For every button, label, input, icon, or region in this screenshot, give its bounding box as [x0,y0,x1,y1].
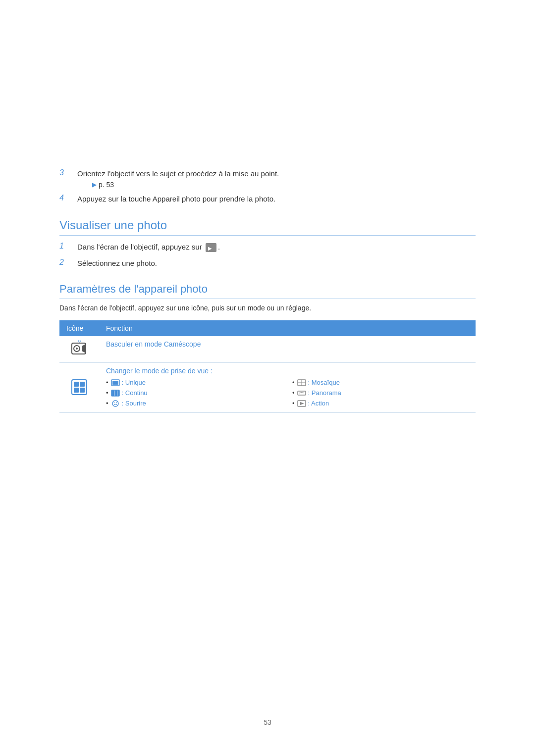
play-icon: ▶ [206,243,216,252]
bullet: • [106,388,108,399]
func-modes-grid: • : Unique • [106,378,469,408]
step-3: 3 Orientez l'objectif vers le sujet et p… [59,168,476,189]
continu-label: : Continu [122,388,148,399]
top-spacer [59,30,476,168]
step-3-number: 3 [59,168,74,177]
svg-text:↻: ↻ [78,340,81,344]
svg-rect-10 [112,381,118,385]
bullet: • [106,399,108,409]
section1-step-2-text: Sélectionnez une photo. [77,258,476,269]
func-item-sourire: • : Sourire [106,399,282,409]
col-header-icone: Icône [59,320,99,336]
func-camswitch-text: Basculer en mode Caméscope [106,340,201,348]
col-header-fonction: Fonction [99,320,476,336]
section1-step-2: 2 Sélectionnez une photo. [59,258,476,269]
table-row: ↻ Basculer en mode Caméscope [59,336,476,363]
svg-rect-12 [111,390,114,396]
step-3-subtext: ▶ p. 53 [92,181,279,189]
func-modes-col1: • : Unique • [106,378,282,408]
action-icon [297,400,306,407]
step-4: 4 Appuyez sur la touche Appareil photo p… [59,194,476,205]
svg-point-16 [113,402,114,403]
modes-icon [71,379,88,396]
section1-step-2-number: 2 [59,258,74,267]
section2-intro: Dans l'écran de l'objectif, appuyez sur … [59,303,476,313]
panorama-label: : Panorama [308,388,341,399]
svg-rect-7 [74,388,79,393]
svg-rect-21 [298,391,306,395]
continu-icon [111,390,120,397]
step-4-number: 4 [59,194,74,202]
svg-rect-8 [80,388,85,393]
sourire-icon [111,400,120,407]
func-item-panorama: • : Panorama [292,388,469,399]
cam-switch-icon: ↻ [71,340,88,357]
step-3-ref: p. 53 [99,181,114,189]
func-cell-camswitch: Basculer en mode Caméscope [99,336,476,363]
func-modes-title: Changer le mode de prise de vue : [106,367,469,375]
page-number: 53 [0,718,535,726]
bullet: • [292,388,295,399]
params-table: Icône Fonction ↻ Basculer en mode Camé [59,320,476,413]
unique-label: : Unique [122,378,146,388]
func-modes-col2: • : Mosaïque • [292,378,469,408]
unique-icon [111,379,120,386]
arrow-icon: ▶ [92,181,97,188]
func-item-continu: • : Continu [106,388,282,399]
mosaique-label: : Mosaïque [308,378,340,388]
action-label: : Action [308,399,329,409]
table-header-row: Icône Fonction [59,320,476,336]
svg-point-17 [116,402,117,403]
svg-marker-23 [300,402,304,405]
step-4-text: Appuyez sur la touche Appareil photo pou… [77,194,476,205]
panorama-icon [297,390,306,397]
section1-step-1: 1 Dans l'écran de l'objectif, appuyez su… [59,242,476,253]
sourire-label: : Sourire [122,399,146,409]
mosaique-icon [297,379,306,386]
svg-rect-13 [114,390,117,396]
page-container: 3 Orientez l'objectif vers le sujet et p… [0,0,535,756]
section2-title: Paramètres de l'appareil photo [59,283,476,299]
bullet: • [106,378,108,388]
svg-point-15 [112,401,118,406]
svg-rect-14 [117,390,119,396]
func-item-action: • : Action [292,399,469,409]
icon-cell-modes [59,363,99,413]
func-cell-modes: Changer le mode de prise de vue : • : Un… [99,363,476,413]
icon-cell-camswitch: ↻ [59,336,99,363]
step-3-text: Orientez l'objectif vers le sujet et pro… [77,169,279,178]
bullet: • [292,399,295,409]
bullet: • [292,378,295,388]
svg-rect-5 [74,382,79,387]
section1-title: Visualiser une photo [59,218,476,236]
svg-point-2 [76,348,78,350]
func-item-mosaique: • : Mosaïque [292,378,469,388]
svg-rect-6 [80,382,85,387]
section1-step-1-number: 1 [59,242,74,251]
section1-step-1-text: Dans l'écran de l'objectif, appuyez sur … [77,242,476,253]
table-row: Changer le mode de prise de vue : • : Un… [59,363,476,413]
func-item-unique: • : Unique [106,378,282,388]
